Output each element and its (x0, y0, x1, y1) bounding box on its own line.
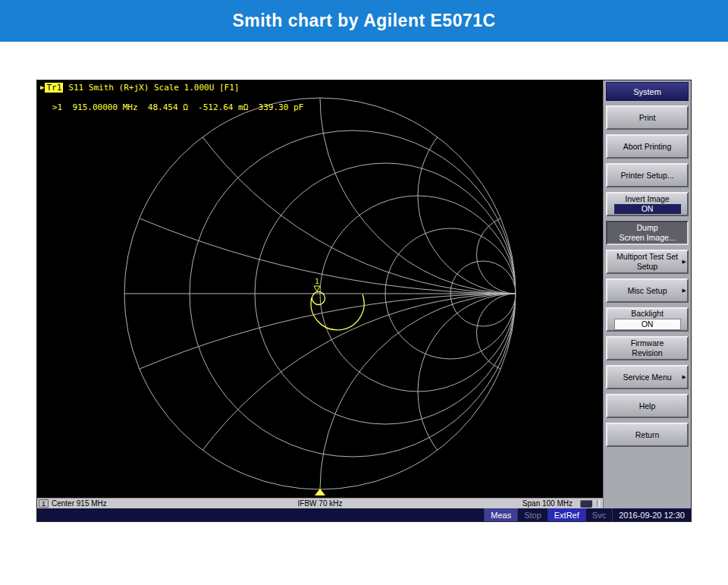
active-trace-pointer-icon: ▶ (40, 83, 44, 93)
menu-button-label: Setup (637, 262, 657, 272)
smith-chart-area: 1 ▶ Tr1 S11 Smith (R+jX) Scale 1.000U [F… (37, 80, 603, 498)
menu-button-label: Firmware (631, 338, 664, 348)
menu-button-label: Abort Printing (623, 142, 672, 152)
menu-header-system[interactable]: System (606, 82, 689, 101)
trace-header: ▶ Tr1 S11 Smith (R+jX) Scale 1.000U [F1] (40, 83, 239, 93)
menu-button-label: Screen Image... (619, 233, 675, 243)
menu-button-label: Help (639, 401, 656, 411)
display-column: 1 ▶ Tr1 S11 Smith (R+jX) Scale 1.000U [F… (37, 80, 603, 508)
menu-button-label: Misc Setup (628, 286, 667, 296)
span-label: Span 100 MHz (522, 499, 573, 508)
smith-chart-svg: 1 (37, 80, 603, 498)
bottom-bar-svc: Svc (585, 508, 612, 521)
page-title: Smith chart by Agilent E5071C (232, 11, 495, 31)
menu-button-label: Printer Setup... (620, 171, 673, 181)
bottom-bar-stop: Stop (517, 508, 548, 521)
marker-readout: >1 915.00000 MHz 48.454 Ω -512.64 mΩ 339… (52, 102, 303, 112)
instrument-screen: 1 ▶ Tr1 S11 Smith (R+jX) Scale 1.000U [F… (36, 80, 692, 522)
menu-button-label: Service Menu (623, 373, 671, 382)
menu-items: PrintAbort PrintingPrinter Setup...Inver… (606, 105, 689, 507)
screen-main-row: 1 ▶ Tr1 S11 Smith (R+jX) Scale 1.000U [F… (37, 80, 691, 508)
menu-button-label: Multiport Test Set (617, 252, 678, 262)
bottom-bar-extref: ExtRef (548, 508, 585, 521)
menu-button-label: Backlight (631, 309, 664, 319)
menu-button-multiport-test-set-setup[interactable]: Multiport Test SetSetup▶ (606, 250, 689, 274)
menu-button-dump-screen-image[interactable]: DumpScreen Image... (606, 221, 689, 245)
menu-button-abort-printing[interactable]: Abort Printing (606, 134, 689, 159)
channel-number-box: 1 (39, 499, 49, 508)
submenu-arrow-icon: ▶ (682, 374, 686, 380)
menu-button-print[interactable]: Print (606, 105, 689, 130)
status-bar-icon (580, 500, 592, 508)
menu-button-label: Invert Image (625, 194, 669, 204)
menu-button-backlight[interactable]: BacklightON (606, 307, 689, 332)
menu-button-invert-image[interactable]: Invert ImageON (606, 192, 689, 216)
status-bar-divider (597, 500, 600, 507)
menu-button-help[interactable]: Help (606, 394, 689, 418)
submenu-arrow-icon: ▶ (682, 259, 686, 265)
trace-info-label: S11 Smith (R+jX) Scale 1.000U [F1] (68, 83, 239, 93)
submenu-arrow-icon: ▶ (682, 288, 686, 294)
bottom-bar-items: MeasStopExtRefSvc2016-09-20 12:30 (484, 508, 691, 521)
bottom-bar-2016-09-20-12-30: 2016-09-20 12:30 (612, 508, 691, 521)
menu-button-label: Dump (636, 223, 657, 233)
menu-button-service-menu[interactable]: Service Menu▶ (606, 365, 689, 389)
toggle-state-value: ON (614, 319, 681, 330)
softkey-menu-panel: System PrintAbort PrintingPrinter Setup.… (603, 80, 691, 508)
menu-button-printer-setup[interactable]: Printer Setup... (606, 163, 689, 187)
svg-text:1: 1 (315, 278, 318, 285)
page-banner: Smith chart by Agilent E5071C (0, 0, 728, 42)
instrument-status-bar: MeasStopExtRefSvc2016-09-20 12:30 (37, 508, 691, 521)
bottom-bar-meas: Meas (484, 508, 517, 521)
menu-button-label: Print (639, 113, 656, 123)
menu-button-label: Return (635, 430, 660, 440)
toggle-state-value: ON (614, 204, 681, 214)
trace-label-badge: Tr1 (45, 83, 63, 93)
ifbw-label: IFBW 70 kHz (298, 499, 343, 508)
center-frequency-label: Center 915 MHz (52, 499, 107, 508)
stimulus-status-bar: 1 Center 915 MHz IFBW 70 kHz Span 100 MH… (37, 498, 603, 508)
menu-button-firmware-revision[interactable]: FirmwareRevision (606, 336, 689, 360)
menu-button-return[interactable]: Return (606, 423, 689, 447)
menu-button-misc-setup[interactable]: Misc Setup▶ (606, 278, 689, 303)
menu-button-label: Revision (632, 348, 662, 358)
